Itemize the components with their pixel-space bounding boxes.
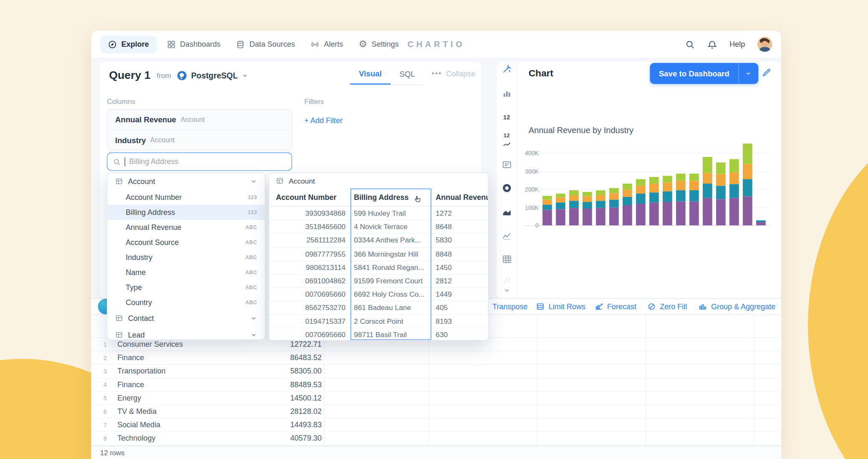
stacked-bar-13[interactable] [703, 157, 712, 225]
field-option-billing-address[interactable]: Billing Address123 [107, 205, 265, 220]
stacked-bar-12[interactable] [689, 174, 699, 225]
help-link[interactable]: Help [729, 40, 745, 48]
segment-bottom-purple [743, 197, 752, 225]
stacked-bar-7[interactable] [623, 184, 632, 225]
segment-orange [556, 198, 565, 203]
stacked-bar-9[interactable] [649, 177, 659, 225]
nav-settings[interactable]: ⚙ Settings [359, 40, 399, 49]
table-row: 2Finance86483.52 [91, 351, 781, 365]
preview-col-account-number[interactable]: Account Number [269, 193, 351, 202]
preview-row: 98062131145841 Ronald Regan...1450 [269, 260, 488, 274]
query-from-label: from [156, 71, 171, 80]
add-filter-button[interactable]: + Add Filter [304, 116, 343, 125]
chevron-down-icon [250, 178, 257, 185]
chevron-down-icon [250, 332, 257, 338]
stacked-bar-4[interactable] [583, 192, 592, 225]
field-option-name[interactable]: NameABC [107, 265, 265, 280]
stacked-bar-15[interactable] [729, 159, 739, 225]
column-divider [646, 315, 646, 446]
industry-cell: Social Media [117, 421, 221, 429]
segment-teal [676, 190, 686, 202]
row-number: 6 [91, 408, 111, 415]
table-row: 6TV & Media28128.02 [91, 405, 781, 419]
grid-icon [167, 40, 175, 48]
avatar[interactable] [757, 37, 772, 52]
preview-cell: 366 Morningstar Hill [351, 250, 431, 258]
segment-bottom-purple [663, 202, 672, 225]
preview-row: 3930934868599 Huxley Trail1272 [269, 207, 488, 220]
group-contact[interactable]: Contact [107, 310, 265, 327]
table-icon [115, 331, 123, 339]
hand-cursor-icon [413, 195, 423, 207]
field-option-industry[interactable]: IndustryABC [107, 250, 265, 265]
selected-column-industry[interactable]: Industry Account [107, 130, 291, 150]
field-option-type[interactable]: TypeABC [107, 280, 265, 295]
tab-visual[interactable]: Visual [350, 63, 391, 85]
nav-data-sources[interactable]: Data Sources [236, 40, 295, 48]
stacked-bar-1[interactable] [542, 196, 552, 225]
datasource-selector[interactable]: PostgreSQL [177, 71, 248, 81]
group-account[interactable]: Account [107, 173, 265, 190]
limit-rows-button[interactable]: Limit Rows [536, 299, 585, 314]
stacked-bar-17[interactable] [756, 220, 766, 225]
group-aggregate-button[interactable]: Group & Aggregate [698, 299, 775, 314]
field-option-label: Account Source [126, 238, 179, 247]
y-axis-tick-label: 200K [516, 186, 538, 192]
preview-cell: 9806213114 [269, 263, 351, 271]
segment-bottom-purple [569, 208, 579, 225]
table-row: 5Energy14500.12 [91, 391, 781, 405]
selected-column-annual-revenue[interactable]: Annual Revenue Account [107, 110, 291, 130]
stacked-bar-8[interactable] [636, 179, 646, 225]
segment-teal [609, 199, 619, 207]
stacked-bar-10[interactable] [663, 176, 672, 225]
industry-cell: Technology [117, 434, 221, 443]
stacked-bar-16[interactable] [743, 144, 752, 225]
field-option-annual-revenue[interactable]: Annual RevenueABC [107, 220, 265, 235]
segment-orange [609, 193, 619, 200]
field-option-account-source[interactable]: Account SourceABC [107, 235, 265, 250]
collapse-button[interactable]: Collapse [446, 70, 475, 78]
zero-fill-button[interactable]: Zero Fill [647, 299, 687, 314]
group-lead[interactable]: Lead [107, 327, 265, 340]
segment-bottom-purple [703, 198, 712, 225]
y-axis-tick-label: 0 [516, 222, 538, 229]
preview-col-annual-revenue[interactable]: Annual Revenue [431, 193, 488, 202]
nav-dashboards-label: Dashboards [180, 40, 220, 48]
nav-alerts[interactable]: Alerts [310, 40, 343, 48]
field-option-country[interactable]: CountryABC [107, 295, 265, 310]
annual-revenue-cell: 28128.02 [222, 407, 322, 416]
bell-icon[interactable] [707, 39, 717, 49]
field-option-account-number[interactable]: Account Number123 [107, 190, 265, 205]
preview-cell: 0987777955 [269, 250, 351, 258]
y-axis-tick-label: 300K [516, 168, 538, 174]
chevron-down-icon [242, 72, 248, 79]
more-options-button[interactable]: ••• [432, 70, 442, 78]
segment-top-green [636, 179, 646, 185]
preview-source-label: Account [289, 177, 315, 185]
preview-cell: 8562753270 [269, 303, 351, 312]
field-type-badge: ABC [245, 300, 257, 305]
stacked-bar-5[interactable] [596, 190, 606, 225]
nav-alerts-label: Alerts [324, 40, 343, 48]
segment-top-green [596, 190, 606, 195]
zero-fill-label: Zero Fill [660, 303, 687, 311]
stacked-bar-14[interactable] [716, 162, 726, 225]
field-option-label: Billing Address [126, 208, 175, 217]
preview-cell: 0194715337 [269, 317, 351, 325]
stacked-bar-6[interactable] [609, 188, 619, 225]
segment-bottom-purple [556, 209, 565, 225]
table-row: 3Transportation58305.00 [91, 365, 781, 378]
preview-row: 069100486291599 Fremont Court2812 [269, 274, 488, 287]
forecast-button[interactable]: Forecast [594, 299, 636, 314]
search-icon[interactable] [685, 39, 695, 49]
stacked-bar-2[interactable] [556, 194, 565, 225]
table-row: 4Finance88489.53 [91, 378, 781, 391]
nav-explore[interactable]: Explore [100, 35, 156, 53]
tab-sql[interactable]: SQL [391, 63, 424, 85]
segment-top-green [729, 159, 739, 172]
stacked-bar-3[interactable] [569, 190, 579, 225]
column-search-input[interactable]: Billing Address [107, 152, 292, 171]
stacked-bar-11[interactable] [676, 174, 686, 225]
nav-dashboards[interactable]: Dashboards [167, 40, 220, 48]
chart-panel: 12 12 Chart Save to Dashboard Annual R [497, 62, 781, 298]
